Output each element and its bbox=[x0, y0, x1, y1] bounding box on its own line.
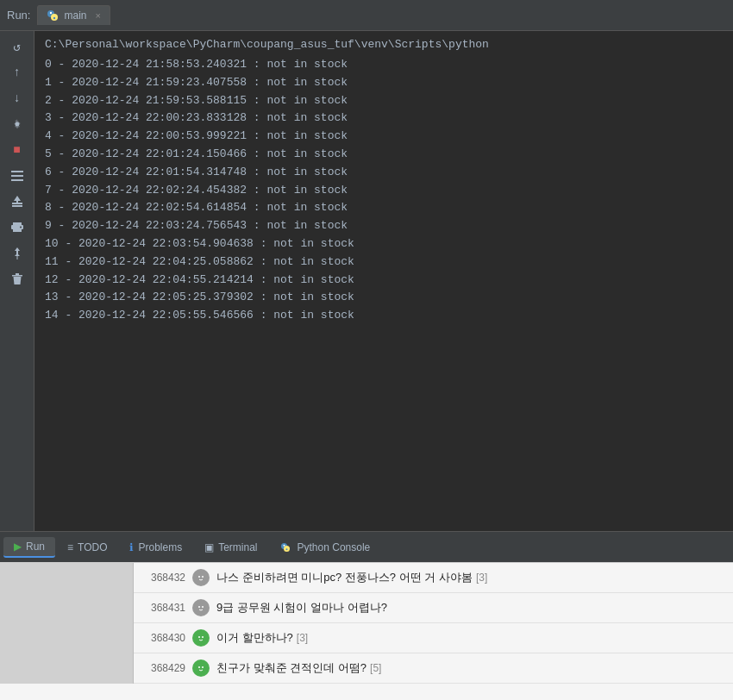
bottom-tabs-bar: ▶ Run ≡ TODO ℹ Problems ▣ Terminal Pytho… bbox=[0, 531, 733, 562]
forum-row-title: 친구가 맞춰준 견적인데 어떰?[5] bbox=[216, 660, 724, 676]
console-path: C:\Personal\workspace\PyCharm\coupang_as… bbox=[45, 38, 723, 51]
svg-rect-14 bbox=[16, 256, 17, 259]
forum-row-id: 368430 bbox=[142, 632, 185, 644]
svg-point-25 bbox=[198, 606, 200, 608]
tab-todo[interactable]: ≡ TODO bbox=[57, 538, 117, 557]
pin-icon[interactable] bbox=[7, 243, 28, 264]
python-tab-icon bbox=[47, 9, 59, 22]
tab-problems[interactable]: ℹ Problems bbox=[119, 538, 192, 557]
svg-point-3 bbox=[53, 17, 55, 19]
console-line: 6 - 2020-12-24 22:01:54.314748 : not in … bbox=[45, 164, 723, 182]
svg-point-30 bbox=[196, 663, 206, 673]
main-tab[interactable]: main × bbox=[37, 5, 110, 25]
terminal-tab-icon: ▣ bbox=[204, 541, 214, 553]
problems-tab-icon: ℹ bbox=[129, 541, 134, 553]
tab-terminal[interactable]: ▣ Terminal bbox=[194, 538, 267, 557]
svg-point-26 bbox=[202, 606, 204, 608]
forum-row-title: 이거 할만하나?[3] bbox=[216, 630, 724, 646]
svg-point-20 bbox=[285, 548, 287, 550]
settings-icon[interactable] bbox=[7, 114, 28, 134]
svg-rect-5 bbox=[11, 175, 23, 177]
svg-marker-9 bbox=[14, 196, 21, 203]
svg-rect-6 bbox=[11, 179, 23, 181]
svg-rect-4 bbox=[11, 171, 23, 172]
console-line: 2 - 2020-12-24 21:59:53.588115 : not in … bbox=[45, 92, 723, 110]
forum-row-id: 368432 bbox=[142, 572, 185, 584]
python-console-icon bbox=[280, 542, 291, 553]
tab-close-button[interactable]: × bbox=[95, 10, 100, 21]
console-line: 0 - 2020-12-24 21:58:53.240321 : not in … bbox=[45, 56, 723, 74]
forum-avatar bbox=[192, 629, 210, 647]
forum-inner: 368432나스 준비하려면 미니pc? 전풍나스? 어떤 거 사야봄[3]36… bbox=[0, 563, 733, 684]
forum-row-title: 나스 준비하려면 미니pc? 전풍나스? 어떤 거 사야봄[3] bbox=[216, 570, 724, 585]
svg-rect-12 bbox=[13, 228, 22, 232]
svg-point-28 bbox=[198, 636, 200, 638]
console-line: 11 - 2020-12-24 22:04:25.058862 : not in… bbox=[45, 253, 723, 272]
export-icon[interactable] bbox=[7, 191, 28, 212]
scroll-up-icon[interactable]: ↑ bbox=[7, 62, 28, 83]
svg-point-24 bbox=[196, 603, 206, 613]
forum-row[interactable]: 368429친구가 맞춰준 견적인데 어떰?[5] bbox=[134, 653, 733, 684]
run-tab-icon: ▶ bbox=[14, 541, 22, 553]
console-line: 4 - 2020-12-24 22:00:53.999221 : not in … bbox=[45, 128, 723, 146]
forum-row-count: [3] bbox=[476, 572, 487, 584]
left-toolbar: ↺ ↑ ↓ ■ bbox=[0, 31, 34, 531]
forum-row-id: 368431 bbox=[142, 602, 185, 614]
svg-point-29 bbox=[202, 636, 204, 638]
console-line: 1 - 2020-12-24 21:59:23.407558 : not in … bbox=[45, 74, 723, 92]
run-label: Run: bbox=[7, 9, 30, 22]
forum-avatar bbox=[192, 659, 210, 677]
console-line: 3 - 2020-12-24 22:00:23.833128 : not in … bbox=[45, 109, 723, 128]
forum-row-id: 368429 bbox=[142, 662, 185, 674]
svg-point-2 bbox=[50, 12, 52, 14]
svg-point-32 bbox=[202, 666, 204, 668]
terminal-tab-label: Terminal bbox=[218, 541, 257, 553]
forum-avatar bbox=[192, 569, 210, 586]
svg-point-19 bbox=[283, 544, 285, 546]
python-console-tab-label: Python Console bbox=[298, 541, 371, 553]
delete-icon[interactable] bbox=[7, 269, 28, 290]
forum-row[interactable]: 3684319급 공무원 시험이 얼마나 어렵나? bbox=[134, 593, 733, 623]
svg-rect-15 bbox=[12, 275, 22, 277]
stop-icon[interactable]: ■ bbox=[7, 140, 28, 160]
console-line: 12 - 2020-12-24 22:04:55.214214 : not in… bbox=[45, 272, 723, 290]
console-lines: 0 - 2020-12-24 21:58:53.240321 : not in … bbox=[45, 56, 723, 325]
main-content: ↺ ↑ ↓ ■ bbox=[0, 31, 733, 531]
svg-point-13 bbox=[20, 227, 22, 228]
forum-panel: 368432나스 준비하려면 미니pc? 전풍나스? 어떤 거 사야봄[3]36… bbox=[0, 562, 733, 700]
todo-tab-icon: ≡ bbox=[67, 541, 73, 553]
tab-run[interactable]: ▶ Run bbox=[3, 537, 55, 558]
svg-point-27 bbox=[196, 633, 206, 643]
console-line: 14 - 2020-12-24 22:05:55.546566 : not in… bbox=[45, 307, 723, 325]
svg-rect-8 bbox=[12, 205, 22, 207]
forum-row-count: [5] bbox=[370, 662, 381, 674]
forum-row[interactable]: 368430이거 할만하나?[3] bbox=[134, 623, 733, 653]
forum-avatar bbox=[192, 599, 210, 616]
forum-row-title: 9급 공무원 시험이 얼마나 어렵나? bbox=[216, 600, 724, 616]
console-line: 8 - 2020-12-24 22:02:54.614854 : not in … bbox=[45, 199, 723, 217]
scroll-down-icon[interactable]: ↓ bbox=[7, 88, 28, 109]
svg-point-21 bbox=[196, 572, 206, 583]
print-icon[interactable] bbox=[7, 217, 28, 238]
console-line: 9 - 2020-12-24 22:03:24.756543 : not in … bbox=[45, 217, 723, 235]
svg-point-23 bbox=[202, 576, 204, 578]
tab-python-console[interactable]: Python Console bbox=[270, 538, 381, 557]
list-icon[interactable] bbox=[7, 166, 28, 186]
forum-list: 368432나스 준비하려면 미니pc? 전풍나스? 어떤 거 사야봄[3]36… bbox=[134, 563, 733, 684]
rerun-icon[interactable]: ↺ bbox=[7, 36, 28, 57]
forum-sidebar bbox=[0, 563, 134, 684]
console-line: 7 - 2020-12-24 22:02:24.454382 : not in … bbox=[45, 182, 723, 200]
todo-tab-label: TODO bbox=[78, 541, 107, 553]
tab-name-label: main bbox=[64, 9, 86, 22]
console-line: 10 - 2020-12-24 22:03:54.904638 : not in… bbox=[45, 235, 723, 253]
forum-row[interactable]: 368432나스 준비하려면 미니pc? 전풍나스? 어떤 거 사야봄[3] bbox=[134, 563, 733, 593]
console-line: 5 - 2020-12-24 22:01:24.150466 : not in … bbox=[45, 146, 723, 164]
console-area: C:\Personal\workspace\PyCharm\coupang_as… bbox=[34, 31, 733, 531]
svg-point-22 bbox=[198, 576, 200, 578]
svg-rect-16 bbox=[16, 273, 19, 275]
run-tab-label: Run bbox=[26, 541, 45, 553]
top-bar: Run: main × bbox=[0, 0, 733, 31]
console-line: 13 - 2020-12-24 22:05:25.379302 : not in… bbox=[45, 289, 723, 307]
problems-tab-label: Problems bbox=[138, 541, 182, 553]
svg-point-31 bbox=[198, 666, 200, 668]
